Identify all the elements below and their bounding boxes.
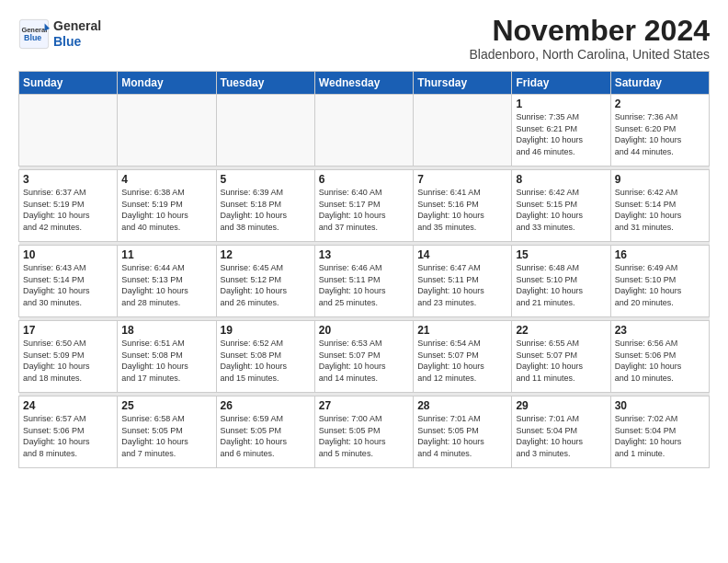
day-info: Sunrise: 6:52 AM Sunset: 5:08 PM Dayligh… [221,338,311,384]
day-number: 27 [319,399,409,412]
day-info: Sunrise: 7:01 AM Sunset: 5:05 PM Dayligh… [417,413,507,459]
header-saturday: Saturday [610,72,709,95]
svg-text:General: General [21,26,47,34]
header-wednesday: Wednesday [314,72,413,95]
calendar-cell: 28Sunrise: 7:01 AM Sunset: 5:05 PM Dayli… [414,396,512,468]
logo-general: General [53,18,101,34]
day-number: 29 [516,399,606,412]
location-subtitle: Bladenboro, North Carolina, United State… [470,47,710,62]
calendar-cell: 4Sunrise: 6:38 AM Sunset: 5:19 PM Daylig… [118,170,216,242]
week-row-5: 24Sunrise: 6:57 AM Sunset: 5:06 PM Dayli… [19,396,710,468]
calendar-cell: 18Sunrise: 6:51 AM Sunset: 5:08 PM Dayli… [118,321,216,393]
calendar-cell [414,95,512,167]
calendar-cell: 20Sunrise: 6:53 AM Sunset: 5:07 PM Dayli… [314,321,413,393]
svg-text:Blue: Blue [24,33,41,42]
day-number: 30 [615,399,705,412]
day-info: Sunrise: 6:51 AM Sunset: 5:08 PM Dayligh… [121,338,211,384]
calendar-cell [216,95,314,167]
day-number: 24 [23,399,113,412]
calendar-cell: 10Sunrise: 6:43 AM Sunset: 5:14 PM Dayli… [19,246,118,317]
calendar-cell [314,95,413,167]
day-number: 11 [121,248,211,261]
day-info: Sunrise: 6:48 AM Sunset: 5:10 PM Dayligh… [516,262,606,308]
day-number: 3 [23,173,113,186]
calendar-cell: 8Sunrise: 6:42 AM Sunset: 5:15 PM Daylig… [512,170,610,242]
day-info: Sunrise: 6:46 AM Sunset: 5:11 PM Dayligh… [319,262,409,308]
day-info: Sunrise: 6:50 AM Sunset: 5:09 PM Dayligh… [23,338,113,384]
calendar-cell: 17Sunrise: 6:50 AM Sunset: 5:09 PM Dayli… [19,321,118,393]
calendar-cell: 19Sunrise: 6:52 AM Sunset: 5:08 PM Dayli… [216,321,314,393]
day-number: 22 [516,324,606,337]
calendar-cell: 23Sunrise: 6:56 AM Sunset: 5:06 PM Dayli… [610,321,709,393]
calendar-cell: 12Sunrise: 6:45 AM Sunset: 5:12 PM Dayli… [216,246,314,317]
day-number: 17 [23,324,113,337]
day-info: Sunrise: 6:42 AM Sunset: 5:15 PM Dayligh… [516,187,606,233]
header: General Blue General Blue November 2024 … [18,15,710,62]
day-info: Sunrise: 7:02 AM Sunset: 5:04 PM Dayligh… [615,413,705,459]
day-number: 20 [319,324,409,337]
calendar-cell: 30Sunrise: 7:02 AM Sunset: 5:04 PM Dayli… [610,396,709,468]
day-number: 26 [221,399,311,412]
day-number: 21 [417,324,507,337]
calendar-cell: 29Sunrise: 7:01 AM Sunset: 5:04 PM Dayli… [512,396,610,468]
day-info: Sunrise: 6:57 AM Sunset: 5:06 PM Dayligh… [23,413,113,459]
day-number: 28 [417,399,507,412]
day-info: Sunrise: 6:47 AM Sunset: 5:11 PM Dayligh… [417,262,507,308]
day-number: 19 [221,324,311,337]
calendar-cell: 26Sunrise: 6:59 AM Sunset: 5:05 PM Dayli… [216,396,314,468]
day-info: Sunrise: 6:55 AM Sunset: 5:07 PM Dayligh… [516,338,606,384]
day-number: 25 [121,399,211,412]
calendar-cell: 27Sunrise: 7:00 AM Sunset: 5:05 PM Dayli… [314,396,413,468]
week-row-4: 17Sunrise: 6:50 AM Sunset: 5:09 PM Dayli… [19,321,710,393]
calendar-cell: 2Sunrise: 7:36 AM Sunset: 6:20 PM Daylig… [610,95,709,167]
logo-blue: Blue [53,34,101,50]
day-number: 10 [23,248,113,261]
header-sunday: Sunday [19,72,118,95]
day-number: 2 [615,98,705,110]
day-info: Sunrise: 6:38 AM Sunset: 5:19 PM Dayligh… [121,187,211,233]
calendar-cell: 9Sunrise: 6:42 AM Sunset: 5:14 PM Daylig… [610,170,709,242]
day-number: 4 [121,173,211,186]
day-info: Sunrise: 7:01 AM Sunset: 5:04 PM Dayligh… [516,413,606,459]
day-number: 13 [319,248,409,261]
day-info: Sunrise: 6:53 AM Sunset: 5:07 PM Dayligh… [319,338,409,384]
day-number: 1 [516,98,606,110]
week-row-3: 10Sunrise: 6:43 AM Sunset: 5:14 PM Dayli… [19,246,710,317]
day-info: Sunrise: 6:45 AM Sunset: 5:12 PM Dayligh… [221,262,311,308]
day-number: 5 [221,173,311,186]
calendar-cell: 15Sunrise: 6:48 AM Sunset: 5:10 PM Dayli… [512,246,610,317]
day-number: 23 [615,324,705,337]
day-info: Sunrise: 6:59 AM Sunset: 5:05 PM Dayligh… [221,413,311,459]
calendar-cell: 14Sunrise: 6:47 AM Sunset: 5:11 PM Dayli… [414,246,512,317]
month-title: November 2024 [470,15,710,47]
calendar-cell [118,95,216,167]
header-friday: Friday [512,72,610,95]
day-number: 8 [516,173,606,186]
day-info: Sunrise: 7:00 AM Sunset: 5:05 PM Dayligh… [319,413,409,459]
week-row-2: 3Sunrise: 6:37 AM Sunset: 5:19 PM Daylig… [19,170,710,242]
calendar-cell: 16Sunrise: 6:49 AM Sunset: 5:10 PM Dayli… [610,246,709,317]
calendar-cell: 22Sunrise: 6:55 AM Sunset: 5:07 PM Dayli… [512,321,610,393]
calendar-cell: 13Sunrise: 6:46 AM Sunset: 5:11 PM Dayli… [314,246,413,317]
day-info: Sunrise: 6:58 AM Sunset: 5:05 PM Dayligh… [121,413,211,459]
calendar-cell [19,95,118,167]
day-number: 6 [319,173,409,186]
day-info: Sunrise: 6:54 AM Sunset: 5:07 PM Dayligh… [417,338,507,384]
day-number: 15 [516,248,606,261]
page-container: General Blue General Blue November 2024 … [0,0,728,477]
calendar-cell: 6Sunrise: 6:40 AM Sunset: 5:17 PM Daylig… [314,170,413,242]
calendar-cell: 11Sunrise: 6:44 AM Sunset: 5:13 PM Dayli… [118,246,216,317]
calendar-cell: 7Sunrise: 6:41 AM Sunset: 5:16 PM Daylig… [414,170,512,242]
day-info: Sunrise: 7:36 AM Sunset: 6:20 PM Dayligh… [615,111,705,157]
calendar-table: Sunday Monday Tuesday Wednesday Thursday… [18,71,710,468]
day-info: Sunrise: 6:43 AM Sunset: 5:14 PM Dayligh… [23,262,113,308]
logo: General Blue General Blue [18,18,101,50]
week-row-1: 1Sunrise: 7:35 AM Sunset: 6:21 PM Daylig… [19,95,710,167]
day-number: 18 [121,324,211,337]
day-info: Sunrise: 6:37 AM Sunset: 5:19 PM Dayligh… [23,187,113,233]
day-info: Sunrise: 6:44 AM Sunset: 5:13 PM Dayligh… [121,262,211,308]
day-info: Sunrise: 7:35 AM Sunset: 6:21 PM Dayligh… [516,111,606,157]
day-info: Sunrise: 6:56 AM Sunset: 5:06 PM Dayligh… [615,338,705,384]
logo-svg: General Blue [18,18,50,50]
calendar-header-row: Sunday Monday Tuesday Wednesday Thursday… [19,72,710,95]
